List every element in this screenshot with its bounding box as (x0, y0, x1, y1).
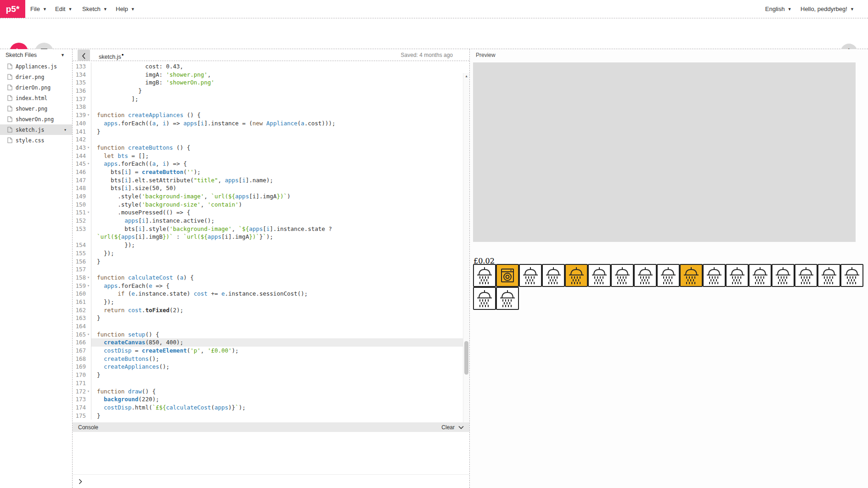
fold-arrow-icon[interactable]: ▾ (86, 160, 91, 168)
code-line-text[interactable]: } (91, 412, 469, 420)
code-line-text[interactable]: background(220); (91, 395, 469, 404)
collapse-sidebar-button[interactable] (78, 50, 90, 61)
code-line-text[interactable]: if (e.instance.state) cost += e.instance… (91, 290, 469, 298)
language-dropdown[interactable]: English ▼ (765, 0, 792, 18)
file-item-index.html[interactable]: index.html (0, 93, 72, 103)
appliance-button-shower-4[interactable] (542, 264, 565, 287)
sketch-canvas[interactable] (473, 62, 856, 242)
code-line-text[interactable]: imgB: 'showerOn.png' (91, 79, 469, 87)
file-item-drierOn.png[interactable]: drierOn.png (0, 82, 72, 93)
code-line-text[interactable]: } (91, 314, 469, 322)
code-line-text[interactable]: function draw() { (91, 387, 469, 396)
code-line-text[interactable]: apps.forEach((a, i) => { (91, 160, 469, 168)
file-item-sketch.js[interactable]: sketch.js▾ (0, 124, 72, 135)
code-line-text[interactable]: }); (91, 241, 469, 249)
appliance-button-shower-19[interactable] (496, 287, 519, 310)
code-line-text[interactable]: imgA: 'shower.png', (91, 71, 469, 79)
code-line-text[interactable]: bts[i].style('background-image', `${apps… (91, 225, 469, 233)
file-item-showerOn.png[interactable]: showerOn.png (0, 114, 72, 124)
tab-sketch-js[interactable]: sketch.js• (99, 51, 124, 60)
code-line-text[interactable]: function createAppliances () { (91, 111, 469, 119)
code-editor[interactable]: 133 cost: 0.43,134 imgA: 'shower.png',13… (73, 61, 469, 422)
code-line-text[interactable] (91, 265, 469, 274)
code-line-text[interactable]: bts[i].size(50, 50) (91, 184, 469, 192)
scroll-up-arrow-icon[interactable]: ▲ (463, 73, 469, 79)
code-line-text[interactable]: }); (91, 298, 469, 306)
file-item-style.css[interactable]: style.css (0, 135, 72, 146)
code-line-text[interactable]: createCanvas(850, 400); (91, 338, 469, 347)
code-line-text[interactable]: let bts = []; (91, 152, 469, 160)
appliance-button-shower-10[interactable] (680, 264, 703, 287)
editor-scrollbar[interactable]: ▲ ▼ (463, 73, 469, 422)
code-line-text[interactable]: } (91, 371, 469, 379)
code-line-text[interactable]: bts[i].elt.setAttribute("title", apps[i]… (91, 176, 469, 185)
code-line-text[interactable]: cost: 0.43, (91, 62, 469, 71)
fold-arrow-icon[interactable]: ▾ (86, 282, 91, 290)
code-line-text[interactable]: costDisp.html(`£${calculateCost(apps)}`)… (91, 404, 469, 412)
fold-arrow-icon[interactable]: ▾ (86, 111, 91, 119)
appliance-button-shower-13[interactable] (749, 264, 772, 287)
file-item-drier.png[interactable]: drier.png (0, 72, 72, 82)
code-line-text[interactable]: `url(${apps[i].imgB})` : `url(${apps[i].… (91, 233, 469, 241)
code-line-text[interactable]: function calculateCost (a) { (91, 274, 469, 282)
fold-arrow-icon[interactable]: ▾ (86, 274, 91, 282)
appliance-button-shower-17[interactable] (840, 264, 863, 287)
code-line-text[interactable]: ]; (91, 95, 469, 103)
code-line-text[interactable]: function setup() { (91, 331, 469, 339)
console-clear-button[interactable]: Clear (441, 424, 455, 431)
file-item-shower.png[interactable]: shower.png (0, 103, 72, 114)
console-collapse-chevron-icon[interactable] (458, 426, 464, 429)
sketch-files-header[interactable]: Sketch Files ▼ (0, 49, 72, 61)
appliance-button-shower-9[interactable] (657, 264, 680, 287)
code-line-text[interactable]: } (91, 87, 469, 95)
menu-help[interactable]: Help ▼ (116, 0, 135, 18)
appliance-button-shower-5[interactable] (565, 264, 588, 287)
code-line-text[interactable] (91, 322, 469, 331)
fold-arrow-icon[interactable]: ▾ (86, 387, 91, 396)
code-line-text[interactable]: bts[i] = createButton(''); (91, 168, 469, 176)
fold-arrow-icon[interactable]: ▾ (86, 144, 91, 152)
fold-arrow-icon[interactable]: ▾ (86, 208, 91, 217)
code-line-text[interactable]: .style('background-size', 'contain') (91, 201, 469, 209)
code-line-text[interactable]: apps[i].instance.active(); (91, 217, 469, 225)
code-line-text[interactable]: createAppliances(); (91, 363, 469, 371)
console-input-row[interactable] (73, 474, 469, 488)
code-line-text[interactable]: }); (91, 249, 469, 258)
appliance-button-shower-3[interactable] (519, 264, 542, 287)
code-line-text[interactable]: return cost.toFixed(2); (91, 306, 469, 314)
appliance-button-shower-8[interactable] (634, 264, 657, 287)
appliance-button-shower-11[interactable] (703, 264, 726, 287)
code-line-text[interactable] (91, 135, 469, 144)
code-line-text[interactable]: } (91, 128, 469, 136)
appliance-button-shower-6[interactable] (588, 264, 611, 287)
file-options-chevron-icon[interactable]: ▾ (64, 127, 67, 132)
file-name: showerOn.png (16, 116, 54, 123)
appliance-button-washer-2[interactable] (496, 264, 519, 287)
code-line-text[interactable]: } (91, 258, 469, 266)
appliance-button-shower-12[interactable] (726, 264, 749, 287)
appliance-button-shower-15[interactable] (795, 264, 817, 287)
appliance-button-shower-18[interactable] (473, 287, 496, 310)
code-line-text[interactable]: .mousePressed(() => { (91, 208, 469, 217)
code-line-text[interactable]: createButtons(); (91, 355, 469, 363)
appliance-button-shower-1[interactable] (473, 264, 496, 287)
fold-arrow-icon[interactable]: ▾ (86, 331, 91, 339)
code-line-text[interactable]: costDisp = createElement('p', '£0.00'); (91, 347, 469, 355)
account-dropdown[interactable]: Hello, peddyrbeg! ▼ (800, 0, 854, 18)
code-line-text[interactable]: apps.forEach(e => { (91, 282, 469, 290)
code-line-text[interactable]: .style('background-image', `url(${apps[i… (91, 192, 469, 201)
appliance-button-shower-16[interactable] (817, 264, 840, 287)
code-line-text[interactable] (91, 379, 469, 387)
code-line-text[interactable]: apps.forEach((a, i) => apps[i].instance … (91, 119, 469, 128)
file-item-Appliances.js[interactable]: Appliances.js (0, 61, 72, 72)
menu-file[interactable]: File ▼ (30, 0, 47, 18)
line-number: 171 (75, 379, 86, 387)
code-line-text[interactable]: function createButtons () { (91, 144, 469, 152)
appliance-button-shower-14[interactable] (772, 264, 795, 287)
menu-sketch[interactable]: Sketch ▼ (82, 0, 107, 18)
scrollbar-thumb[interactable] (464, 341, 468, 375)
menu-edit[interactable]: Edit ▼ (55, 0, 72, 18)
code-line-text[interactable] (91, 103, 469, 111)
appliance-button-shower-7[interactable] (611, 264, 634, 287)
p5-logo[interactable]: p5* (0, 0, 25, 18)
